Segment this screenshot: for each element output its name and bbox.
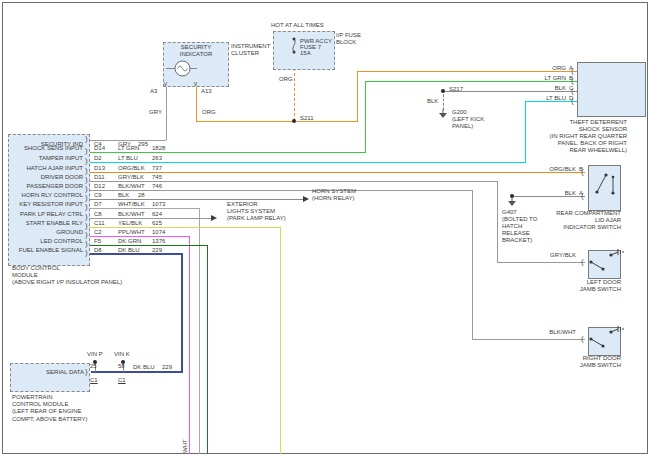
bcm-circuit-number: 746 — [152, 183, 162, 190]
bcm-circuit-number: 1074 — [152, 229, 165, 236]
sensor-caption: REAR WHEELWELL) — [490, 147, 627, 154]
connector-bracket: ( — [581, 258, 584, 266]
pcm-pin-number: 25 — [90, 363, 97, 370]
ground-icon — [438, 109, 448, 119]
pin-a3-label: A3 — [150, 88, 157, 95]
wire-label-blk: BLK — [427, 98, 438, 105]
bcm-function-label: DRIVER DOOR — [10, 174, 83, 181]
lid-switch-contacts-icon — [588, 165, 619, 209]
bcm-function-label: FUEL ENABLE SIGNAL — [10, 247, 83, 254]
bcm-wire-color-label: BLK — [118, 192, 129, 199]
connector-bracket: ( — [571, 77, 574, 85]
wire-dk-grn-horizontal — [90, 245, 208, 246]
wire-label-org-fuse: ORG — [279, 76, 293, 83]
wire-gry-blk-horizontal-2 — [497, 262, 585, 263]
bcm-function-label: TAMPER INPUT — [10, 155, 83, 162]
connector-bracket: ) — [85, 213, 88, 221]
left-door-caption: JAMB SWITCH — [541, 286, 621, 293]
bcm-pin-id: F5 — [94, 238, 101, 245]
bcm-circuit-number: 745 — [152, 174, 162, 181]
wire-ppl-wht-horizontal — [90, 236, 190, 237]
bcm-wire-color-label: WHT/BLK — [118, 201, 145, 208]
bcm-wire-color-label: DK BLU — [118, 247, 140, 254]
right-door-switch-contacts-icon — [588, 327, 619, 354]
lid-switch-caption: REAR COMPARTMENT — [541, 210, 621, 217]
ground-g200-label: (LEFT KICK — [452, 116, 484, 123]
connector-bracket: ) — [85, 231, 88, 239]
bcm-pin-id: D13 — [94, 165, 105, 172]
wire-org-fuse-dashed — [294, 68, 295, 121]
wire-lt-blu-horizontal-1 — [90, 162, 526, 163]
bcm-circuit-number: 28 — [138, 192, 145, 199]
connector-bracket: ( — [581, 192, 584, 200]
lid-switch-caption: LID AJAR — [541, 217, 621, 224]
shock-sensor-box — [577, 62, 646, 117]
connector-bracket: ( — [571, 97, 574, 105]
bcm-name: BODY CONTROL — [12, 265, 60, 272]
pin-a13-label: A13 — [201, 88, 212, 95]
lid-switch-caption: INDICATOR SWITCH — [541, 224, 621, 231]
horn-system-label: (HORN RELAY) — [312, 195, 355, 202]
connector-bracket: ) — [85, 135, 88, 143]
fuse-rating-label: 15A — [300, 50, 311, 57]
wire-yel-blk-horizontal — [90, 227, 281, 228]
wire-label-wht-vertical: WHT — [182, 439, 189, 453]
ground-g407-label: HATCH — [502, 223, 522, 230]
ground-g407-label: BRACKET) — [502, 237, 532, 244]
bcm-pin-id: D8 — [94, 247, 102, 254]
connector-bracket: ) — [85, 203, 88, 211]
wire-org-horizontal-1 — [196, 121, 358, 122]
connector-bracket: ) — [85, 240, 88, 248]
connector-bracket: ) — [85, 167, 88, 175]
pcm-name: CONTROL MODULE — [12, 401, 68, 408]
splice-s211-label: S211 — [300, 115, 314, 122]
bcm-name: (ABOVE RIGHT I/P INSULATOR PANEL) — [12, 279, 122, 286]
wire-label-gry: GRY — [149, 109, 162, 116]
left-door-wire-label: GRY/BLK — [536, 252, 576, 259]
pin-arrow-icon: ∨ — [163, 80, 168, 87]
bcm-function-label: LED CONTROL — [10, 238, 83, 245]
ground-g407-label: (BOLTED TO — [502, 216, 537, 223]
sensor-pin-wire-label: BLK — [528, 85, 566, 92]
pcm-name: COMPT, ABOVE BATTERY) — [12, 416, 87, 423]
bcm-circuit-number: 1828 — [152, 145, 165, 152]
wire-gry-blk-vertical — [497, 181, 498, 262]
wiring-diagram: SECURITY INDICATOR INSTRUMENT CLUSTER ∨ … — [0, 0, 650, 456]
wire-blk-wht-park-lamp — [90, 218, 211, 219]
connector-bracket: ( — [581, 335, 584, 343]
horn-arrowhead — [303, 196, 309, 202]
bcm-function-label: HORN RLY CONTROL — [10, 192, 83, 199]
connector-bracket: ) — [85, 249, 88, 257]
pcm-name: POWERTRAIN — [12, 394, 53, 401]
left-door-switch-contacts-icon — [588, 250, 619, 277]
connector-bracket: ) — [85, 368, 88, 376]
bcm-circuit-number: 263 — [152, 155, 162, 162]
indicator-lamp-icon — [173, 59, 192, 78]
sensor-pin-wire-label: ORG — [528, 65, 566, 72]
connector-bracket: ) — [85, 147, 88, 155]
bcm-pin-id: C8 — [94, 211, 102, 218]
connector-bracket: ( — [581, 168, 584, 176]
bcm-pin-id: D7 — [94, 201, 102, 208]
lid-switch-wire-label: ORG/BLK — [536, 166, 576, 173]
bcm-function-label: PARK LP RELAY CTRL — [10, 211, 83, 218]
ground-icon — [507, 198, 517, 208]
sensor-caption: SHOCK SENSOR — [490, 126, 627, 133]
instrument-cluster-label: CLUSTER — [231, 50, 259, 57]
pcm-pin-number: 58 — [118, 363, 125, 370]
right-door-caption: JAMB SWITCH — [541, 362, 621, 369]
connector-bracket: ) — [85, 185, 88, 193]
bcm-circuit-number: 625 — [152, 220, 162, 227]
wire-org-vertical-2 — [357, 71, 358, 122]
bcm-pin-id: D11 — [94, 174, 105, 181]
sensor-pin-wire-label: LT BLU — [528, 95, 566, 102]
splice-s211-dot — [292, 119, 296, 123]
wire-label-org: ORG — [202, 109, 216, 116]
exterior-lights-label: LIGHTS SYSTEM — [227, 208, 275, 215]
bcm-pin-id: D2 — [94, 155, 102, 162]
connector-bracket: ) — [85, 157, 88, 165]
ground-g200-label: G200 — [452, 109, 467, 116]
connector-bracket: ( — [571, 67, 574, 75]
wire-org-blk-horizontal — [90, 172, 585, 173]
exterior-lights-arrowhead — [211, 215, 217, 221]
